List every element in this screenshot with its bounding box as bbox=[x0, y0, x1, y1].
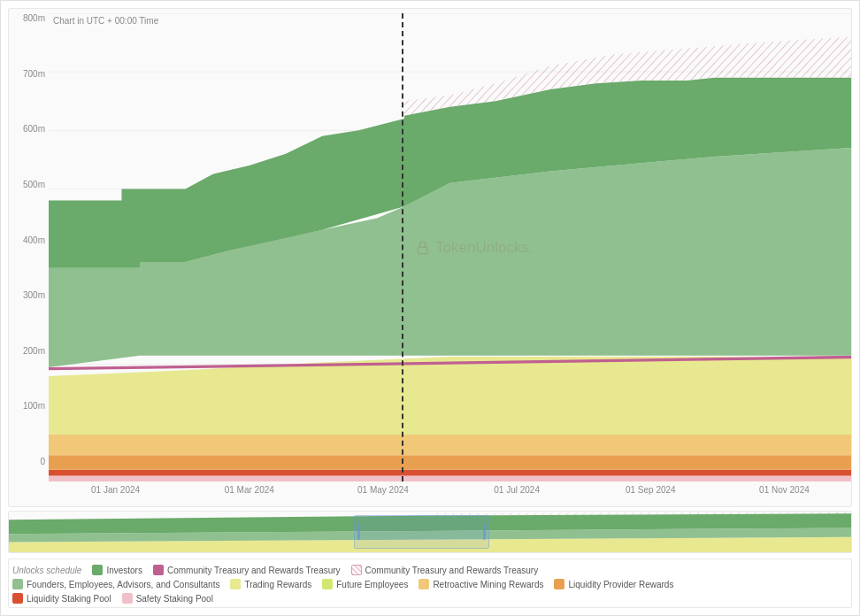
founders-label: Founders, Employees, Advisors, and Consu… bbox=[27, 580, 219, 589]
main-container: Chart in UTC + 00:00 Time 0 100m 200m 30… bbox=[0, 0, 860, 616]
retroactive-mining-label: Retroactive Mining Rewards bbox=[433, 580, 543, 589]
x-label-may: 01 May 2024 bbox=[316, 485, 449, 495]
y-label-600: 600m bbox=[11, 124, 45, 134]
retroactive-mining-swatch bbox=[418, 579, 429, 589]
y-label-100: 100m bbox=[11, 401, 45, 411]
legend-liquidity-provider: Liquidity Provider Rewards bbox=[554, 579, 673, 589]
y-label-300: 300m bbox=[11, 290, 45, 300]
y-label-0: 0 bbox=[11, 457, 45, 466]
legend-founders: Founders, Employees, Advisors, and Consu… bbox=[12, 579, 219, 589]
liquidity-staking-area bbox=[49, 470, 851, 476]
retroactive-mining-area bbox=[49, 435, 851, 455]
y-label-500: 500m bbox=[11, 180, 45, 189]
x-label-jan: 01 Jan 2024 bbox=[49, 485, 182, 495]
handle-bar-left bbox=[357, 524, 360, 540]
community-treasury-hatched-swatch bbox=[351, 565, 362, 575]
handle-bar-right bbox=[483, 524, 486, 540]
liquidity-provider-swatch bbox=[554, 579, 564, 589]
safety-staking-area bbox=[49, 475, 851, 481]
investors-swatch bbox=[92, 565, 103, 575]
legend-retroactive-mining: Retroactive Mining Rewards bbox=[418, 579, 543, 589]
range-selector[interactable] bbox=[354, 515, 488, 549]
liquidity-staking-swatch bbox=[12, 593, 23, 604]
y-label-400: 400m bbox=[11, 235, 45, 245]
chart-svg bbox=[49, 13, 851, 481]
liquidity-provider-area bbox=[49, 455, 851, 470]
x-label-nov: 01 Nov 2024 bbox=[718, 485, 851, 495]
x-axis: 01 Jan 2024 01 Mar 2024 01 May 2024 01 J… bbox=[49, 481, 851, 506]
community-treasury-swatch bbox=[153, 565, 164, 575]
legend-row-1: Unlocks schedule Investors Community Tre… bbox=[12, 565, 848, 575]
legend-row-2: Founders, Employees, Advisors, and Consu… bbox=[12, 579, 848, 589]
legend-community-treasury-hatched: Community Treasury and Rewards Treasury bbox=[351, 565, 539, 575]
safety-staking-label: Safety Staking Pool bbox=[136, 594, 213, 604]
y-label-200: 200m bbox=[11, 346, 45, 356]
liquidity-provider-label: Liquidity Provider Rewards bbox=[568, 580, 673, 589]
legend-community-treasury: Community Treasury and Rewards Treasury bbox=[153, 565, 341, 575]
range-handle-right[interactable] bbox=[481, 524, 488, 540]
legend-area: Unlocks schedule Investors Community Tre… bbox=[8, 558, 852, 608]
range-handle-left[interactable] bbox=[355, 524, 362, 540]
trading-rewards-swatch bbox=[230, 579, 241, 589]
investors-label: Investors bbox=[106, 566, 142, 575]
x-label-sep: 01 Sep 2024 bbox=[584, 485, 718, 495]
x-label-mar: 01 Mar 2024 bbox=[182, 485, 316, 495]
trading-rewards-label: Trading Rewards bbox=[244, 580, 311, 589]
today-line: Today bbox=[402, 13, 403, 481]
plot-area: Today TokenUnlocks. bbox=[49, 13, 851, 481]
x-label-jul: 01 Jul 2024 bbox=[450, 485, 584, 495]
community-treasury-label: Community Treasury and Rewards Treasury bbox=[167, 566, 341, 575]
legend-trading-rewards: Trading Rewards bbox=[230, 579, 311, 589]
unlocks-schedule-label: Unlocks schedule bbox=[12, 566, 81, 575]
legend-safety-staking: Safety Staking Pool bbox=[122, 593, 213, 604]
safety-staking-swatch bbox=[122, 593, 133, 604]
legend-future-employees: Future Employees bbox=[322, 579, 408, 589]
community-treasury-hatched-label: Community Treasury and Rewards Treasury bbox=[365, 566, 539, 575]
liquidity-staking-label: Liquidity Staking Pool bbox=[27, 594, 111, 604]
mini-chart[interactable] bbox=[8, 511, 852, 553]
y-label-800: 800m bbox=[11, 13, 45, 23]
y-label-700: 700m bbox=[11, 69, 45, 79]
legend-investors: Investors bbox=[92, 565, 142, 575]
legend-row-3: Liquidity Staking Pool Safety Staking Po… bbox=[12, 593, 848, 604]
y-axis: 0 100m 200m 300m 400m 500m 600m 700m 800… bbox=[9, 9, 49, 471]
main-chart: Chart in UTC + 00:00 Time 0 100m 200m 30… bbox=[8, 8, 852, 507]
future-employees-swatch bbox=[322, 579, 333, 589]
founders-swatch bbox=[12, 579, 23, 589]
legend-liquidity-staking: Liquidity Staking Pool bbox=[12, 593, 111, 604]
future-employees-label: Future Employees bbox=[336, 580, 408, 589]
